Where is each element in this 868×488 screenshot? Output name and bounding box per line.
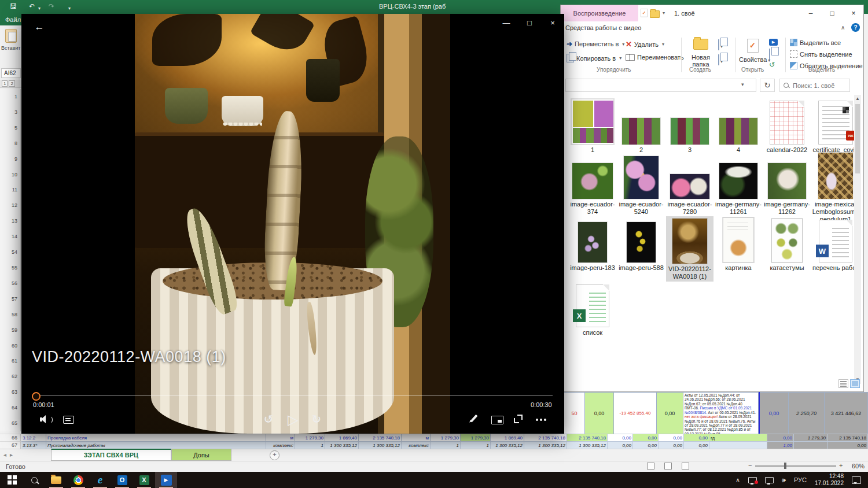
outline-level-2[interactable]: 2 [9, 80, 14, 87]
cell[interactable]: 0,00 [633, 434, 659, 441]
note-cell[interactable]: Акты от 12.05.2021 №Доп.44; от 24.06.202… [683, 392, 759, 434]
cell[interactable]: комплекс [402, 441, 431, 449]
maximize-button[interactable]: □ [518, 14, 541, 31]
file-item[interactable]: image-mexica-Lemboglossum_pendulum1 [812, 149, 859, 223]
scrollbar[interactable]: ▲ ▼ [854, 95, 861, 384]
maximize-button[interactable]: □ [822, 5, 842, 21]
cell[interactable]: 1 279,30 [794, 434, 827, 441]
newfolder-qat-icon[interactable] [650, 10, 660, 19]
cell[interactable]: 1 300 335,12 [491, 441, 524, 449]
details-view-icon[interactable] [838, 379, 848, 388]
clock[interactable]: 12:48 17.01.2022 [815, 473, 844, 487]
cell[interactable]: м [402, 434, 431, 441]
zoom-level[interactable]: 60% [852, 463, 865, 469]
file-item-selected[interactable]: VID-20220112-WA0018 (1) [666, 216, 713, 282]
subtitles-button[interactable] [63, 416, 74, 424]
help-icon[interactable]: ? [851, 23, 860, 32]
normal-view-icon[interactable] [647, 463, 654, 469]
cell[interactable]: 2 250,70 [789, 392, 825, 434]
file-item[interactable]: картинка [715, 217, 762, 272]
move-to-button[interactable]: ➜ Переместить в [567, 40, 624, 48]
row-header-66[interactable]: 66 [0, 434, 21, 441]
copy-to-button[interactable]: Копировать в [567, 54, 621, 62]
paste-icon[interactable] [5, 29, 17, 43]
cell-fragment[interactable]: 50 [564, 392, 585, 434]
page-break-view-icon[interactable] [682, 463, 689, 469]
rewind-10-button[interactable]: ↺10 [262, 413, 275, 427]
thumbnail-view-icon[interactable] [850, 379, 860, 388]
cell[interactable]: 0,00 [657, 392, 683, 434]
refresh-button[interactable]: ↻ [760, 79, 775, 92]
cell[interactable]: 0,00 [659, 441, 684, 449]
zoom-slider[interactable] [755, 465, 836, 467]
fullscreen-button[interactable] [514, 415, 523, 423]
file-item[interactable]: 2 [617, 98, 665, 154]
cell[interactable]: 1 [295, 441, 325, 449]
collapse-ribbon-icon[interactable]: ∧ [841, 24, 845, 31]
more-options-button[interactable] [536, 419, 538, 421]
scrollbar-thumb[interactable] [855, 104, 860, 173]
action-center-icon[interactable] [852, 476, 861, 484]
cell[interactable]: гд [709, 434, 767, 441]
file-item[interactable]: image-germany-11262 [763, 153, 811, 216]
cell[interactable]: 0,00 [585, 392, 614, 434]
outline-level-buttons[interactable]: 12 [0, 80, 21, 88]
cell[interactable]: 2 135 740,18 [567, 434, 608, 441]
edit-pencil-icon[interactable] [470, 415, 477, 422]
cell[interactable]: 1 300 335,12 [524, 441, 567, 449]
taskbar-outlook-button[interactable]: O [111, 472, 133, 488]
delete-button[interactable]: ✕ Удалить [626, 40, 664, 49]
save-icon[interactable]: 🖫 [10, 2, 17, 11]
cell-name-box[interactable]: AI62 [1, 68, 21, 78]
cell[interactable]: 1,00 [767, 441, 794, 449]
file-item[interactable]: 1 [569, 98, 616, 154]
taskbar-films-tv-button[interactable]: ▶ [155, 472, 177, 488]
cell[interactable]: 2 135 740,18 [524, 434, 567, 441]
cell[interactable]: 0,00 [767, 434, 794, 441]
cell[interactable]: 0,00 [608, 434, 633, 441]
cell[interactable]: 3.12.2 [21, 434, 46, 441]
new-item-icon[interactable] [718, 55, 723, 65]
tab-playback[interactable]: Воспроизведение [561, 5, 638, 21]
minimize-button[interactable]: — [495, 14, 518, 31]
zoom-slider-thumb[interactable] [784, 463, 786, 469]
redo-icon[interactable]: ↷ [49, 2, 54, 11]
taskbar-ie-button[interactable]: e [89, 472, 111, 488]
cell[interactable]: 1 300 335,12 [359, 441, 402, 449]
file-item[interactable]: image-peru-588 [617, 219, 665, 272]
network-icon[interactable] [765, 477, 774, 483]
sheet-nav-arrows[interactable]: ◂▸ [3, 452, 16, 458]
cell[interactable]: 1 279,30 [295, 434, 325, 441]
cell[interactable]: комплекс [266, 441, 295, 449]
taskbar-search-button[interactable] [23, 472, 45, 488]
timeline-scrubber[interactable] [32, 392, 41, 401]
zoom-out-icon[interactable]: − [748, 462, 752, 469]
cell[interactable]: 1 300 335,12 [325, 441, 359, 449]
cell[interactable] [709, 441, 767, 449]
tray-chevron-icon[interactable]: ∧ [735, 476, 740, 484]
cell[interactable]: 1 [431, 441, 461, 449]
cell[interactable]: Прокладка кабеля [46, 434, 266, 441]
row-header-67[interactable]: 67 [0, 441, 21, 449]
file-item[interactable]: image-germany-11261 [715, 153, 762, 216]
play-media-icon[interactable]: ▶ [769, 39, 778, 46]
cell[interactable]: 1 869,40 [325, 434, 359, 441]
file-item[interactable]: 4 [715, 98, 762, 154]
cell[interactable]: 0,00 [659, 434, 684, 441]
address-chevron-icon[interactable]: ▾ [741, 82, 744, 87]
cell[interactable] [794, 441, 827, 449]
picture-in-picture-button[interactable] [491, 416, 503, 424]
start-button[interactable] [1, 472, 23, 488]
easy-access-icon[interactable] [718, 40, 723, 50]
close-button[interactable]: × [541, 14, 564, 31]
history-icon[interactable]: ↺ [769, 61, 775, 69]
sheet-tab-dopy[interactable]: Допы [171, 449, 231, 461]
file-item[interactable]: катасетумы [763, 219, 811, 272]
select-all-button[interactable]: Выделить все [790, 39, 841, 46]
cell[interactable]: 0,00 [608, 441, 633, 449]
video-frame[interactable] [135, 14, 450, 434]
cell[interactable]: 0,00 [827, 441, 868, 449]
cell[interactable]: 0,00 [633, 441, 659, 449]
volume-button[interactable] [40, 415, 52, 424]
outline-level-1[interactable]: 1 [2, 80, 8, 87]
